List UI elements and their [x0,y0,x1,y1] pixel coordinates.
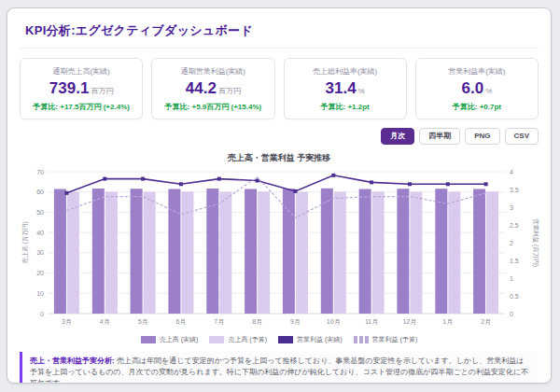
svg-text:30: 30 [36,249,44,256]
svg-text:売上高 (百万円): 売上高 (百万円) [21,221,29,263]
kpi-label: 通期売上高(実績) [23,66,139,77]
chart-legend: 売上高 (実績)売上高 (予算)営業利益 (実績)営業利益 (予算) [20,335,539,344]
svg-text:4: 4 [510,168,513,175]
kpi-row: 通期売上高(実績) 739.1百万円 予算比: +17.5百万円 (+2.4%)… [20,58,539,119]
export-csv-button[interactable]: CSV [505,128,539,145]
legend-swatch [354,336,369,343]
legend-swatch [209,336,224,343]
kpi-unit: 百万円 [91,87,113,95]
kpi-card-operating-margin: 営業利益率(実績) 6.0% 予算比: +0.7pt [415,58,539,119]
legend-item[interactable]: 営業利益 (実績) [278,335,343,344]
kpi-value: 739.1百万円 [23,80,139,98]
page-title: KPI分析:エグゼクティブダッシュボード [20,19,539,49]
kpi-label: 営業利益率(実績) [419,66,535,77]
svg-text:11月: 11月 [365,318,378,326]
svg-text:3月: 3月 [62,318,72,326]
svg-text:0: 0 [40,310,44,316]
svg-text:3: 3 [510,203,513,210]
kpi-card-gross-margin: 売上総利益率(実績) 31.4% 予算比: +1.2pt [284,58,407,119]
dashboard-panel: KPI分析:エグゼクティブダッシュボード 通期売上高(実績) 739.1百万円 … [7,7,552,384]
svg-text:40: 40 [36,229,44,235]
legend-label: 営業利益 (実績) [297,335,343,344]
analysis-note: 売上・営業利益予実分析: 売上高は年間を通じて安定的かつ予算を上回って推移してお… [20,352,539,384]
svg-text:10月: 10月 [327,318,341,326]
kpi-delta: 予算比: +0.7pt [419,102,535,112]
kpi-label: 売上総利益率(実績) [287,66,403,77]
kpi-value: 31.4% [287,80,403,98]
kpi-unit: % [485,87,492,95]
kpi-label: 通期営業利益(実績) [155,66,271,77]
svg-text:5月: 5月 [138,318,148,326]
combo-chart: 01020304050607000.511.522.533.543月4月5月6月… [20,166,540,334]
svg-text:8月: 8月 [252,318,262,326]
legend-label: 営業利益 (予算) [372,335,418,344]
legend-item[interactable]: 営業利益 (予算) [354,335,418,344]
export-png-button[interactable]: PNG [465,128,499,145]
kpi-delta: 予算比: +17.5百万円 (+2.4%) [23,102,139,112]
kpi-card-operating-profit: 通期営業利益(実績) 44.2百万円 予算比: +5.9百万円 (+15.4%) [151,58,274,119]
svg-text:12月: 12月 [403,318,417,326]
svg-text:4月: 4月 [100,318,110,326]
svg-text:10: 10 [36,289,44,296]
analysis-label: 売上・営業利益予実分析: [30,357,115,365]
legend-label: 売上高 (実績) [160,335,199,344]
svg-text:20: 20 [36,270,44,276]
kpi-value: 44.2百万円 [155,80,271,98]
kpi-delta: 予算比: +5.9百万円 (+15.4%) [155,102,271,112]
svg-text:50: 50 [36,209,44,216]
legend-swatch [278,336,293,343]
svg-text:2.5: 2.5 [510,221,519,228]
legend-swatch [141,336,156,343]
svg-text:9月: 9月 [290,318,301,326]
chart-title: 売上高・営業利益 予実推移 [20,152,539,164]
svg-text:60: 60 [36,189,44,195]
svg-text:2月: 2月 [481,318,491,326]
legend-item[interactable]: 売上高 (実績) [141,335,199,344]
svg-text:3.5: 3.5 [510,186,519,192]
kpi-card-sales: 通期売上高(実績) 739.1百万円 予算比: +17.5百万円 (+2.4%) [20,58,143,119]
legend-item[interactable]: 売上高 (予算) [209,335,267,344]
svg-text:0: 0 [510,310,513,316]
svg-text:1月: 1月 [442,318,453,326]
legend-label: 売上高 (予算) [228,335,267,344]
kpi-value: 6.0% [419,80,535,98]
kpi-delta: 予算比: +1.2pt [287,102,403,112]
svg-text:1.5: 1.5 [510,257,519,263]
svg-text:70: 70 [36,168,44,175]
svg-text:1: 1 [510,274,513,281]
svg-text:営業利益 (百万円): 営業利益 (百万円) [532,218,539,267]
svg-text:0.5: 0.5 [510,292,519,299]
period-toggle-monthly[interactable]: 月次 [381,128,414,145]
chart-controls: 月次 四半期 PNG CSV [20,128,539,145]
kpi-unit: 百万円 [218,87,241,95]
kpi-unit: % [358,87,365,95]
svg-text:2: 2 [510,239,513,245]
svg-text:6月: 6月 [175,318,186,326]
period-toggle-quarterly[interactable]: 四半期 [419,128,460,145]
svg-text:7月: 7月 [214,318,224,326]
